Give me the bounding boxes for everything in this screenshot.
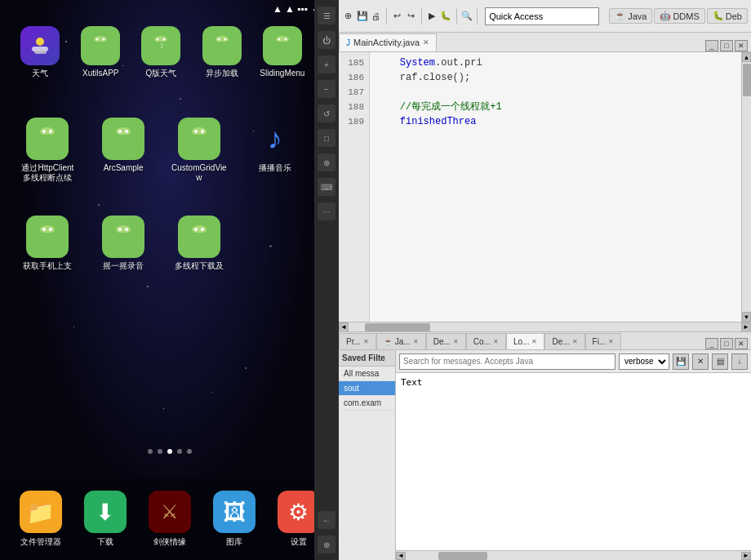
tb-save[interactable]: 💾 (356, 8, 368, 24)
dock-settings[interactable]: ⚙ 设置 (278, 491, 320, 548)
app-music[interactable]: ♪ 播播音乐 (238, 118, 311, 183)
ctrl-rotate[interactable]: ↺ (318, 104, 336, 122)
tab-close-btn[interactable]: ✕ (423, 38, 429, 47)
android-status-bar: ▲ ▲ ▪▪▪ 4:00 (0, 0, 339, 18)
panel-tab-progress[interactable]: Pr... ✕ (339, 333, 376, 349)
svg-rect-35 (284, 51, 287, 56)
filter-all[interactable]: All messa (339, 367, 395, 381)
files2-tab-close[interactable]: ✕ (608, 338, 614, 345)
panel-tab-console[interactable]: Co... ✕ (466, 333, 506, 349)
svg-point-20 (216, 36, 229, 42)
filter-sout[interactable]: sout (339, 381, 395, 396)
app-getphone[interactable]: 获取手机上支 (11, 216, 84, 271)
tb-debug-run[interactable]: 🐛 (440, 8, 452, 24)
panel-win-controls: _ □ ✕ (705, 338, 751, 349)
app-xutils[interactable]: XutilsAPP (72, 26, 129, 78)
ctrl-more[interactable]: ⋯ (318, 202, 336, 220)
ctrl-home[interactable]: ⊕ (318, 536, 336, 553)
svg-text:⚔: ⚔ (161, 500, 179, 522)
dock-download[interactable]: ⬇ 下载 (84, 491, 127, 548)
ctrl-back[interactable]: ← (318, 511, 336, 529)
dot-2 (158, 449, 162, 454)
ctrl-keyboard[interactable]: ⌨ (318, 178, 336, 196)
panel-tab-debug3[interactable]: De... ✕ (544, 333, 584, 349)
panel-tab-debug[interactable]: De... ✕ (426, 333, 466, 349)
debug2-tab-close[interactable]: ✕ (453, 338, 459, 345)
panel-tab-files[interactable]: Fi... ✕ (585, 333, 622, 349)
dock-gallery[interactable]: 🖼 图库 (213, 491, 256, 548)
editor-maximize[interactable]: □ (720, 40, 733, 51)
panel-tab-logcat[interactable]: Lo... ✕ (506, 333, 544, 349)
code-vscrollbar[interactable]: ▲ ▼ (741, 52, 751, 322)
editor-close[interactable]: ✕ (735, 40, 748, 51)
tb-redo[interactable]: ↪ (405, 8, 417, 24)
vscroll-thumb[interactable] (743, 64, 751, 96)
console-tab-close[interactable]: ✕ (493, 338, 499, 345)
app-multidown[interactable]: 多线程下载及 (163, 216, 236, 271)
logcat-save-btn[interactable]: 💾 (673, 353, 689, 370)
app-sliding[interactable]: SlidingMenu (254, 26, 311, 78)
logcat-search-input[interactable] (399, 353, 615, 370)
app-customgrid[interactable]: CustomGridView (163, 118, 236, 183)
app-yaoyao[interactable]: 摇一摇录音 (87, 216, 160, 271)
filter-com[interactable]: com.exam (339, 396, 395, 411)
ctrl-vol-down[interactable]: − (318, 80, 336, 98)
progress-tab-close[interactable]: ✕ (363, 338, 369, 345)
app-tianqi[interactable]: 天气 (11, 26, 69, 78)
logcat-main: verbose debug info warn error 💾 ✕ ▤ ↓ (396, 350, 751, 560)
code-editor[interactable]: 185 186 187 188 189 System.out.pri raf.c… (339, 52, 751, 322)
hscroll-thumb[interactable] (365, 323, 430, 331)
java2-tab-close[interactable]: ✕ (413, 338, 419, 345)
svg-point-60 (40, 225, 55, 233)
tianqi-label: 天气 (32, 69, 48, 78)
vscroll-down[interactable]: ▼ (742, 312, 751, 322)
svg-rect-59 (201, 145, 204, 150)
code-hscrollbar[interactable]: ◄ ► (339, 322, 751, 331)
app-arc[interactable]: ArcSample (87, 118, 160, 183)
logcat-toggle-btn[interactable]: ▤ (712, 353, 728, 370)
svg-rect-72 (114, 233, 118, 241)
app-qtianqi[interactable]: ☽ Q版天气 (132, 26, 189, 78)
panel-close[interactable]: ✕ (735, 338, 748, 349)
tb-search[interactable]: 🔍 (460, 8, 473, 24)
panel-minimize[interactable]: _ (705, 338, 718, 349)
logcat-scroll-right[interactable]: ► (741, 552, 751, 560)
verbose-select[interactable]: verbose debug info warn error (619, 353, 669, 370)
console-tab-label: Co... (473, 337, 491, 346)
logcat-scroll-btn[interactable]: ↓ (731, 353, 748, 370)
ctrl-power[interactable]: ⏻ (318, 31, 336, 49)
panel-maximize[interactable]: □ (720, 338, 733, 349)
ctrl-screenshot[interactable]: □ (318, 129, 336, 147)
panel-tab-java[interactable]: ☕ Ja... ✕ (376, 333, 426, 349)
ctrl-vol-up[interactable]: + (318, 56, 336, 73)
tb-run[interactable]: ▶ (426, 8, 438, 24)
jianxia-label: 剑侠情缘 (153, 536, 186, 548)
debug3-tab-close[interactable]: ✕ (572, 338, 578, 345)
app-http[interactable]: 通过HttpClient多线程断点续 (11, 118, 84, 183)
perspective-debug[interactable]: 🐛 Deb (707, 8, 748, 24)
logcat-scroll-left[interactable]: ◄ (396, 552, 406, 560)
editor-tab-mainactivity[interactable]: J MainActivity.java ✕ (339, 33, 437, 51)
perspective-buttons: ☕ Java 🤖 DDMS 🐛 Deb (609, 8, 748, 24)
tb-undo[interactable]: ↩ (391, 8, 403, 24)
logcat-scroll-thumb[interactable] (438, 552, 487, 560)
perspective-java[interactable]: ☕ Java (609, 8, 652, 24)
vscroll-up[interactable]: ▲ (742, 52, 751, 62)
quick-access-input[interactable] (485, 7, 599, 25)
tb-new[interactable]: ⊕ (342, 8, 354, 24)
dock-jianxia[interactable]: ⚔ 剑侠情缘 (149, 491, 191, 548)
ctrl-menu[interactable]: ☰ (318, 7, 336, 24)
hscroll-left[interactable]: ◄ (339, 322, 349, 332)
settings-icon: ⚙ (278, 491, 320, 533)
logcat-clear-btn[interactable]: ✕ (692, 353, 709, 370)
perspective-ddms[interactable]: 🤖 DDMS (654, 8, 704, 24)
editor-minimize[interactable]: _ (705, 40, 718, 51)
logcat-tab-close[interactable]: ✕ (531, 338, 537, 345)
line-num-187: 187 (339, 85, 364, 100)
app-yibu[interactable]: 异步加载 (193, 26, 251, 78)
hscroll-right[interactable]: ► (741, 322, 751, 332)
dock-files[interactable]: 📁 文件管理器 (20, 491, 62, 548)
ctrl-zoom[interactable]: ⊕ (318, 153, 336, 171)
tb-print[interactable]: 🖨 (370, 8, 382, 24)
logcat-hscrollbar[interactable]: ◄ ► (396, 550, 751, 560)
